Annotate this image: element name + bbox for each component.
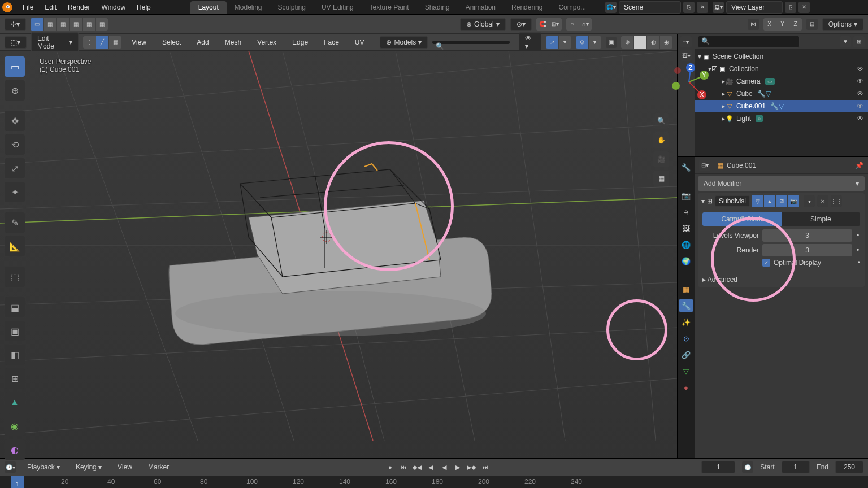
mod-edit-toggle[interactable]: ▽ <box>752 195 763 207</box>
shading-material[interactable]: ◐ <box>647 36 659 49</box>
eye-icon[interactable]: 👁 <box>857 102 863 110</box>
modifier-name-input[interactable] <box>715 195 750 207</box>
keying-dropdown[interactable]: Keying ▾ <box>71 462 106 472</box>
tool-annotate[interactable]: ✎ <box>5 212 25 233</box>
outliner-collection[interactable]: ▾☑▣Collection👁 <box>695 63 868 75</box>
tab-texture[interactable]: Texture Paint <box>362 1 417 14</box>
timeline-view[interactable]: View <box>113 462 137 472</box>
tool-polybuild[interactable]: ◉ <box>5 416 25 436</box>
modifier-extras-icon[interactable]: ▾ <box>804 195 815 207</box>
eye-icon[interactable]: 👁 <box>857 90 863 98</box>
select-box[interactable]: ▦ <box>44 18 56 30</box>
keyframe-prev-icon[interactable]: ◆◀ <box>411 461 423 473</box>
scene-browse-icon[interactable]: 🌐▾ <box>605 2 617 13</box>
camera-view-icon[interactable]: 🎥 <box>653 151 669 167</box>
tool-inset[interactable]: ▣ <box>5 321 25 341</box>
tool-select[interactable]: ▭ <box>5 56 25 77</box>
vp-menu-add[interactable]: Add <box>191 38 214 46</box>
shading-solid[interactable]: ● <box>634 36 646 49</box>
mod-render-toggle[interactable]: 📷 <box>788 195 799 207</box>
ptab-object[interactable]: ▦ <box>679 282 693 296</box>
current-frame-input[interactable] <box>701 461 735 473</box>
options-dropdown[interactable]: Options ▾ <box>822 18 863 30</box>
tool-add-cube[interactable]: ⬚ <box>5 267 25 287</box>
tool-rotate[interactable]: ⟲ <box>5 134 25 155</box>
catmull-clark-button[interactable]: Catmull-Clark <box>702 212 782 226</box>
playhead[interactable]: 1 <box>11 476 24 488</box>
scene-name-input[interactable] <box>619 1 681 14</box>
mod-realtime-toggle[interactable]: 🖥 <box>776 195 787 207</box>
viewlayer-new-icon[interactable]: ⎘ <box>785 2 796 13</box>
autokey-toggle[interactable]: ● <box>384 461 396 473</box>
eye-icon[interactable]: 👁 <box>857 65 863 73</box>
tool-bevel[interactable]: ◧ <box>5 345 25 365</box>
ptab-tool[interactable]: 🔧 <box>679 160 693 174</box>
menu-edit[interactable]: Edit <box>39 3 62 11</box>
outliner-display-icon[interactable]: 🖼▾ <box>680 50 692 61</box>
ortho-toggle-icon[interactable]: ▦ <box>653 171 669 186</box>
pan-icon[interactable]: ✋ <box>653 132 669 148</box>
modifier-delete-icon[interactable]: ✕ <box>817 195 828 207</box>
vp-menu-mesh[interactable]: Mesh <box>219 38 247 46</box>
vp-menu-view[interactable]: View <box>126 38 152 46</box>
proportional-toggle[interactable]: ○ <box>566 18 579 30</box>
ptab-constraints[interactable]: 🔗 <box>679 348 693 361</box>
outliner-item-light[interactable]: ▸💡Light○👁 <box>695 112 868 125</box>
timeline-track[interactable]: 1 20 40 60 80 100 120 140 160 180 200 22… <box>0 476 868 488</box>
asset-search[interactable]: 🔍 <box>432 41 510 44</box>
modifier-drag-icon[interactable]: ⋮⋮ <box>831 195 842 207</box>
outliner-search-input[interactable] <box>698 36 800 48</box>
select-subtract[interactable]: ▦ <box>70 18 82 30</box>
tool-extrude[interactable]: ⬓ <box>5 297 25 317</box>
jump-end-icon[interactable]: ⏭ <box>479 461 491 473</box>
end-frame-input[interactable] <box>835 461 863 473</box>
outliner-item-camera[interactable]: ▸🎥Camera▭👁 <box>695 75 868 88</box>
optimal-display-checkbox[interactable]: ✓ <box>762 259 770 267</box>
mod-cage-toggle[interactable]: ▲ <box>764 195 775 207</box>
shading-rendered[interactable]: ◉ <box>660 36 672 49</box>
overlay-toggle[interactable]: ⊙ <box>576 36 588 49</box>
select-tweak[interactable]: ▭ <box>31 18 43 30</box>
viewlayer-browse-icon[interactable]: 🖼▾ <box>713 2 724 13</box>
outliner-item-cube001[interactable]: ▸▽Cube.001🔧▽👁 <box>695 100 868 112</box>
play-reverse-icon[interactable]: ◀ <box>438 461 450 473</box>
gizmo-dropdown[interactable]: ▾ <box>559 36 571 49</box>
select-extend[interactable]: ▦ <box>57 18 69 30</box>
xray-toggle[interactable]: ▣ <box>606 37 617 48</box>
tool-transform[interactable]: ✦ <box>5 182 25 202</box>
face-select[interactable]: ▦ <box>109 36 121 49</box>
preview-range-icon[interactable]: 🕐 <box>742 461 753 473</box>
edge-select[interactable]: ╱ <box>96 36 108 49</box>
tool-move[interactable]: ✥ <box>5 111 25 131</box>
ptab-world[interactable]: 🌍 <box>679 254 693 268</box>
select-intersect[interactable]: ▦ <box>96 18 108 30</box>
viewport-canvas[interactable]: ▭ ⊕ ✥ ⟲ ⤢ ✦ ✎ 📐 ⬚ ⬓ ▣ ◧ ⊞ ▲ ◉ ◐ <box>0 51 677 458</box>
asset-dropdown[interactable]: ⊕ Models ▾ <box>380 36 428 49</box>
mode-dropdown[interactable]: Edit Mode ▾ <box>31 32 79 53</box>
frame-prev-icon[interactable]: ◀ <box>424 461 437 473</box>
timeline-editor-icon[interactable]: 🕐▾ <box>5 461 16 473</box>
vp-menu-uv[interactable]: UV <box>349 38 370 46</box>
proportional-type[interactable]: ∩▾ <box>579 18 592 30</box>
pivot-dropdown[interactable]: ⊙▾ <box>510 18 532 30</box>
tab-compositing[interactable]: Compo... <box>550 1 594 14</box>
menu-window[interactable]: Window <box>96 3 131 11</box>
eye-icon[interactable]: 👁 <box>857 77 863 85</box>
playback-dropdown[interactable]: Playback ▾ <box>23 462 64 472</box>
ptab-particles[interactable]: ✨ <box>679 315 693 329</box>
keyframe-next-icon[interactable]: ▶◆ <box>465 461 478 473</box>
visibility-dropdown[interactable]: 👁▾ <box>519 32 541 53</box>
viewlayer-name-input[interactable] <box>726 1 783 14</box>
vp-menu-edge[interactable]: Edge <box>287 38 314 46</box>
vp-menu-face[interactable]: Face <box>318 38 345 46</box>
scene-new-icon[interactable]: ⎘ <box>683 2 695 13</box>
filter-icon[interactable]: ▼ <box>840 36 851 47</box>
outliner-scene-collection[interactable]: ▾▣Scene Collection <box>695 50 868 63</box>
axis-x-toggle[interactable]: X <box>763 18 776 30</box>
editor-type-dropdown[interactable]: ⬚▾ <box>5 36 27 49</box>
outliner-editor-icon[interactable]: ≡▾ <box>680 36 692 47</box>
mirror-options-icon[interactable]: ⊟ <box>806 19 818 30</box>
viewport-levels-value[interactable]: 3 <box>762 229 852 242</box>
menu-file[interactable]: File <box>17 3 39 11</box>
ptab-physics[interactable]: ⊙ <box>679 332 693 345</box>
